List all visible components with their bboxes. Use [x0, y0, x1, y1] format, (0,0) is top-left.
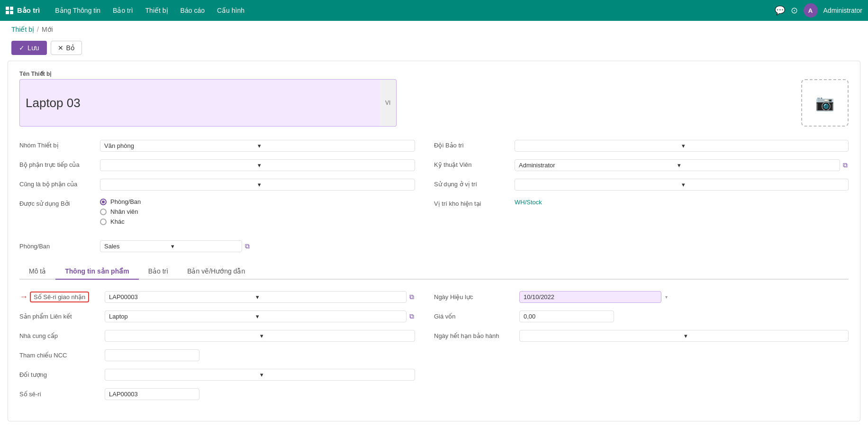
chevron-down-icon: ▾ — [260, 371, 411, 378]
phongban-external-link[interactable]: ⧉ — [244, 241, 251, 251]
app-title: Bảo trì — [17, 6, 40, 15]
field-label-kythuatvien: Kỹ thuật Viên — [434, 159, 515, 168]
ngayhethanbh-select[interactable]: ▾ — [519, 330, 849, 342]
nhom-select[interactable]: Văn phòng ▾ — [100, 140, 415, 152]
nhacungcap-select[interactable]: ▾ — [105, 330, 415, 342]
tab-field-value-ngayhethanbh: ▾ — [519, 330, 849, 342]
tab-thong-tin-san-pham[interactable]: Thông tin sản phẩm — [55, 264, 138, 280]
chevron-down-icon: ▾ — [258, 142, 411, 149]
field-ky-thuat-vien: Kỹ thuật Viên Administrator ▾ ⧉ — [434, 155, 849, 175]
tab-field-value-doituong: ▾ — [105, 369, 415, 381]
sudungvitri-select[interactable]: ▾ — [515, 179, 849, 191]
tab-field-label-sanpham: Sản phẩm Liên kết — [19, 313, 105, 320]
fields-left-column: Nhóm Thiết bị Văn phòng ▾ Bộ phận trực t… — [19, 136, 434, 229]
doituong-select[interactable]: ▾ — [105, 369, 415, 381]
tab-field-label-giavon: Giá vốn — [434, 313, 519, 320]
chevron-down-icon: ▾ — [260, 332, 411, 339]
tabs: Mô tả Thông tin sản phẩm Bảo trì Bản vẽ/… — [19, 264, 849, 280]
phongban-select[interactable]: Sales ▾ — [100, 240, 242, 252]
ngayhieuluc-input[interactable] — [519, 291, 661, 303]
sanpham-external-link[interactable]: ⧉ — [408, 311, 415, 321]
kythuatvien-select[interactable]: Administrator ▾ — [515, 159, 840, 171]
field-cung-la-bo-phan: Cũng là bộ phận của ▾ — [19, 175, 415, 194]
fields-right-column: Đội Bảo trì ▾ Kỹ thuật Viên Administrato… — [434, 136, 849, 229]
top-navigation: Bảo trì Bảng Thông tin Bảo trì Thiết bị … — [0, 0, 868, 21]
kythuatvien-container: Administrator ▾ ⧉ — [515, 159, 849, 171]
nav-item-reports[interactable]: Báo cáo — [175, 4, 210, 17]
tab-field-label-so-seri: → Số Sê-ri giao nhận — [19, 292, 105, 302]
tab-content: → Số Sê-ri giao nhận LAP00003 ▾ ⧉ — [19, 280, 849, 411]
tab-bao-tri[interactable]: Bảo trì — [139, 264, 178, 280]
chevron-down-icon: ▾ — [682, 142, 845, 149]
sanpham-select[interactable]: Laptop ▾ — [105, 310, 407, 322]
tab-fields-grid: → Số Sê-ri giao nhận LAP00003 ▾ ⧉ — [19, 287, 849, 404]
radio-khac[interactable]: Khác — [100, 218, 415, 225]
field-duoc-su-dung-boi: Được sử dụng Bởi Phòng/Ban Nhân viên — [19, 194, 415, 229]
app-logo[interactable]: Bảo trì — [6, 6, 40, 15]
nav-item-dashboard[interactable]: Bảng Thông tin — [49, 4, 106, 17]
so-seri-external-link[interactable]: ⧉ — [408, 292, 415, 302]
thamchieuncc-input[interactable] — [105, 349, 199, 361]
field-value-kythuatvien: Administrator ▾ ⧉ — [515, 159, 849, 171]
toolbar: ✓ Lưu ✕ Bỏ — [0, 38, 868, 61]
tab-field-value-ngayhieuluc: ▾ — [519, 291, 849, 303]
field-vi-tri-kho: Vị trí kho hiện tại WH/Stock — [434, 194, 849, 211]
field-value-bophan: ▾ — [100, 159, 415, 171]
breadcrumb-parent[interactable]: Thiết bị — [11, 26, 34, 33]
tab-left-column: → Số Sê-ri giao nhận LAP00003 ▾ ⧉ — [19, 287, 434, 404]
chevron-down-icon: ▾ — [684, 332, 845, 339]
radio-phongban[interactable]: Phòng/Ban — [100, 198, 415, 205]
tab-field-tham-chieu-ncc: Tham chiếu NCC — [19, 346, 415, 365]
field-bo-phan-truc-tiep: Bộ phận trực tiếp của ▾ — [19, 155, 415, 175]
tab-field-label-ngayhethanbh: Ngày hết hạn bảo hành — [434, 332, 519, 339]
grid-icon — [6, 7, 13, 14]
camera-icon: 📷 — [815, 94, 834, 112]
tab-field-value-so-seri: LAP00003 ▾ ⧉ — [105, 291, 415, 303]
nav-item-equipment[interactable]: Thiết bị — [140, 4, 174, 17]
tab-mo-ta[interactable]: Mô tả — [19, 264, 55, 280]
chevron-down-icon: ▾ — [665, 294, 668, 300]
breadcrumb: Thiết bị / Mới — [0, 21, 868, 38]
nav-item-config[interactable]: Cấu hình — [211, 4, 250, 17]
discard-button[interactable]: ✕ Bỏ — [51, 41, 82, 55]
tab-field-san-pham-lien-ket: Sản phẩm Liên kết Laptop ▾ ⧉ — [19, 307, 415, 326]
phongban-container: Sales ▾ ⧉ — [100, 240, 251, 252]
giavon-input[interactable] — [519, 310, 614, 322]
tab-field-label-soseri: Số sê-ri — [19, 391, 105, 398]
clock-icon[interactable]: ⊙ — [791, 5, 798, 16]
device-name-input[interactable] — [19, 79, 380, 127]
tab-field-label-ngayhieuluc: Ngày Hiệu lực — [434, 293, 519, 301]
field-doi-bao-tri: Đội Bảo trì ▾ — [434, 136, 849, 155]
tab-field-value-sanpham: Laptop ▾ ⧉ — [105, 310, 415, 322]
doibaotri-select[interactable]: ▾ — [515, 140, 849, 152]
field-label-vitrikho: Vị trí kho hiện tại — [434, 198, 515, 207]
tab-field-value-soseri — [105, 388, 415, 400]
field-value-vitrikho: WH/Stock — [515, 198, 849, 206]
photo-upload[interactable]: 📷 — [801, 79, 849, 127]
tab-field-label-doituong: Đối tượng — [19, 371, 105, 378]
so-seri-select[interactable]: LAP00003 ▾ — [105, 291, 407, 303]
form-container: Tên Thiết bị VI 📷 Nhóm Thiết bị Văn phòn… — [8, 61, 860, 421]
tab-ban-ve[interactable]: Bản vẽ/Hướng dẫn — [178, 264, 254, 280]
radio-dot-nhanvien — [100, 209, 107, 215]
chat-icon[interactable]: 💬 — [775, 5, 785, 16]
tab-field-ngay-hieu-luc: Ngày Hiệu lực ▾ — [434, 287, 849, 307]
avatar[interactable]: A — [804, 3, 818, 18]
tab-right-column: Ngày Hiệu lực ▾ Giá vốn — [434, 287, 849, 404]
nav-item-maintenance[interactable]: Bảo trì — [107, 4, 138, 17]
soseri-input[interactable] — [105, 388, 199, 400]
field-label-doibaotri: Đội Bảo trì — [434, 140, 515, 149]
chevron-down-icon: ▾ — [256, 313, 403, 320]
device-name-label: Tên Thiết bị — [19, 71, 849, 77]
radio-nhanvien[interactable]: Nhân viên — [100, 208, 415, 215]
arrow-indicator-icon: → — [19, 292, 28, 302]
lang-badge[interactable]: VI — [380, 79, 397, 127]
kythuatvien-external-link[interactable]: ⧉ — [842, 160, 849, 170]
bophan-select[interactable]: ▾ — [100, 159, 415, 171]
field-su-dung-vi-tri: Sử dụng ở vị trí ▾ — [434, 175, 849, 194]
tab-field-doi-tuong: Đối tượng ▾ — [19, 365, 415, 384]
cungla-select[interactable]: ▾ — [100, 179, 415, 191]
save-button[interactable]: ✓ Lưu — [11, 41, 47, 55]
nav-right-section: 💬 ⊙ A Administrator — [775, 3, 862, 18]
field-value-phongban: Sales ▾ ⧉ — [100, 240, 251, 252]
